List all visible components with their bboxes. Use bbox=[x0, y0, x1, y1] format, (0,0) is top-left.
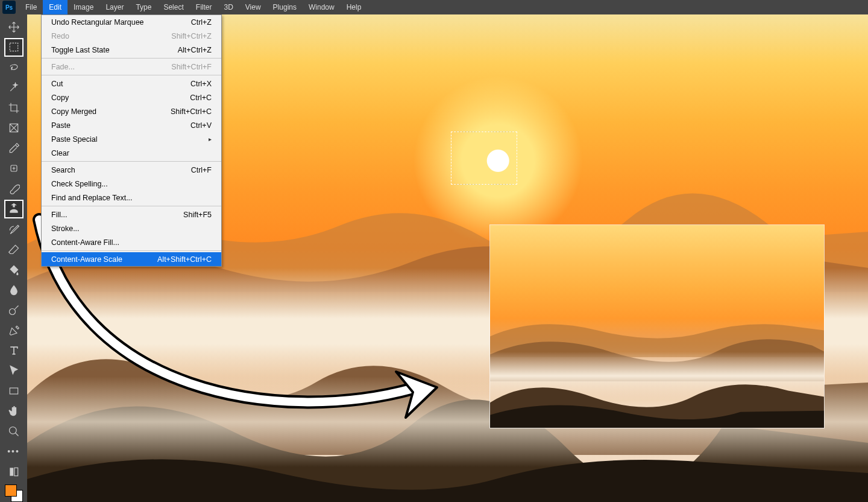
menu-item-shortcut: Alt+Ctrl+Z bbox=[178, 46, 212, 54]
menu-item-label: Check Spelling... bbox=[51, 180, 108, 188]
menu-item-content-aware-scale[interactable]: Content-Aware ScaleAlt+Shift+Ctrl+C bbox=[42, 252, 221, 266]
menu-item-label: Undo Rectangular Marquee bbox=[51, 18, 144, 27]
menu-layer[interactable]: Layer bbox=[99, 0, 130, 14]
rectangle-tool[interactable] bbox=[4, 381, 24, 401]
foreground-color-swatch[interactable] bbox=[5, 485, 17, 497]
menu-item-shortcut: Ctrl+V bbox=[190, 121, 212, 130]
menu-item-paste[interactable]: PasteCtrl+V bbox=[42, 118, 221, 132]
marquee-selection[interactable] bbox=[451, 132, 517, 185]
svg-rect-7 bbox=[14, 468, 17, 475]
app-logo-icon: Ps bbox=[2, 1, 16, 14]
menu-item-stroke[interactable]: Stroke... bbox=[42, 221, 221, 235]
menu-item-find-and-replace-text[interactable]: Find and Replace Text... bbox=[42, 191, 221, 205]
edit-toolbar[interactable] bbox=[4, 462, 24, 481]
magic-wand-tool[interactable] bbox=[4, 78, 24, 98]
svg-rect-4 bbox=[10, 388, 17, 394]
menu-item-copy[interactable]: CopyCtrl+C bbox=[42, 91, 221, 104]
eraser-tool[interactable] bbox=[4, 240, 24, 259]
menu-item-shortcut: Alt+Shift+Ctrl+C bbox=[157, 255, 212, 264]
menu-item-copy-merged[interactable]: Copy MergedShift+Ctrl+C bbox=[42, 104, 221, 118]
menu-item-label: Fade... bbox=[51, 63, 75, 71]
menu-item-content-aware-fill[interactable]: Content-Aware Fill... bbox=[42, 235, 221, 249]
menu-item-shortcut: Ctrl+C bbox=[190, 94, 212, 102]
more-tools[interactable]: ••• bbox=[4, 442, 24, 462]
menu-item-shortcut: Ctrl+F bbox=[191, 166, 212, 174]
marquee-tool[interactable] bbox=[4, 38, 24, 57]
menu-item-fade: Fade...Shift+Ctrl+F bbox=[42, 60, 221, 74]
paint-bucket-tool[interactable] bbox=[4, 260, 24, 279]
menu-item-label: Clear bbox=[51, 149, 69, 157]
menu-item-clear[interactable]: Clear bbox=[42, 146, 221, 160]
zoom-tool[interactable] bbox=[4, 422, 24, 441]
menu-item-shortcut: Shift+Ctrl+Z bbox=[171, 32, 212, 40]
menu-item-shortcut: Shift+Ctrl+F bbox=[171, 63, 212, 71]
menu-item-label: Search bbox=[51, 166, 75, 174]
result-preview-panel bbox=[489, 224, 825, 428]
menu-item-label: Stroke... bbox=[51, 224, 80, 233]
brush-tool[interactable] bbox=[4, 179, 24, 199]
svg-rect-0 bbox=[10, 43, 17, 51]
menu-plugins[interactable]: Plugins bbox=[267, 0, 303, 14]
edit-menu-dropdown: Undo Rectangular MarqueeCtrl+ZRedoShift+… bbox=[41, 14, 222, 267]
menu-view[interactable]: View bbox=[239, 0, 267, 14]
menu-item-paste-special[interactable]: Paste Special bbox=[42, 132, 221, 146]
menu-item-check-spelling[interactable]: Check Spelling... bbox=[42, 177, 221, 191]
menu-item-label: Copy Merged bbox=[51, 107, 96, 116]
menu-select[interactable]: Select bbox=[157, 0, 189, 14]
menu-filter[interactable]: Filter bbox=[190, 0, 218, 14]
menu-window[interactable]: Window bbox=[303, 0, 341, 14]
blur-tool[interactable] bbox=[4, 281, 24, 300]
menu-item-label: Fill... bbox=[51, 211, 67, 219]
menu-item-shortcut: Shift+Ctrl+C bbox=[171, 107, 212, 116]
menu-item-label: Copy bbox=[51, 94, 69, 102]
svg-point-5 bbox=[9, 427, 16, 434]
menu-item-fill[interactable]: Fill...Shift+F5 bbox=[42, 208, 221, 221]
type-tool[interactable] bbox=[4, 341, 24, 360]
crop-tool[interactable] bbox=[4, 98, 24, 118]
clone-stamp-tool[interactable] bbox=[4, 200, 24, 219]
menu-help[interactable]: Help bbox=[341, 0, 368, 14]
frame-tool[interactable] bbox=[4, 119, 24, 138]
menu-bar: Ps File Edit Image Layer Type Select Fil… bbox=[0, 0, 868, 14]
menu-file[interactable]: File bbox=[19, 0, 43, 14]
color-swatches[interactable] bbox=[5, 485, 23, 503]
toolbox: ••• bbox=[0, 14, 27, 502]
hand-tool[interactable] bbox=[4, 402, 24, 421]
menu-3d[interactable]: 3D bbox=[218, 0, 239, 14]
menu-item-shortcut: Ctrl+X bbox=[190, 80, 212, 88]
eyedropper-tool[interactable] bbox=[4, 139, 24, 158]
menu-item-label: Paste Special bbox=[51, 135, 97, 144]
pen-tool[interactable] bbox=[4, 321, 24, 340]
svg-point-3 bbox=[9, 308, 15, 314]
menu-item-undo-rectangular-marquee[interactable]: Undo Rectangular MarqueeCtrl+Z bbox=[42, 15, 221, 29]
menu-image[interactable]: Image bbox=[68, 0, 99, 14]
path-selection-tool[interactable] bbox=[4, 361, 24, 381]
move-tool[interactable] bbox=[4, 17, 24, 37]
history-brush-tool[interactable] bbox=[4, 220, 24, 239]
menu-item-label: Cut bbox=[51, 80, 63, 88]
menu-item-shortcut: Ctrl+Z bbox=[191, 18, 212, 27]
menu-item-label: Paste bbox=[51, 121, 71, 130]
menu-item-label: Toggle Last State bbox=[51, 46, 110, 54]
menu-item-toggle-last-state[interactable]: Toggle Last StateAlt+Ctrl+Z bbox=[42, 43, 221, 57]
healing-brush-tool[interactable] bbox=[4, 159, 24, 179]
menu-item-redo: RedoShift+Ctrl+Z bbox=[42, 29, 221, 43]
menu-type[interactable]: Type bbox=[130, 0, 157, 14]
lasso-tool[interactable] bbox=[4, 58, 24, 77]
menu-item-shortcut: Shift+F5 bbox=[183, 211, 212, 219]
menu-item-label: Find and Replace Text... bbox=[51, 194, 133, 202]
menu-edit[interactable]: Edit bbox=[43, 0, 68, 14]
svg-rect-6 bbox=[10, 468, 13, 475]
dodge-tool[interactable] bbox=[4, 300, 24, 320]
menu-item-cut[interactable]: CutCtrl+X bbox=[42, 77, 221, 91]
menu-item-label: Content-Aware Fill... bbox=[51, 238, 119, 247]
menu-item-label: Content-Aware Scale bbox=[51, 255, 122, 264]
menu-item-label: Redo bbox=[51, 32, 69, 40]
menu-item-search[interactable]: SearchCtrl+F bbox=[42, 163, 221, 177]
